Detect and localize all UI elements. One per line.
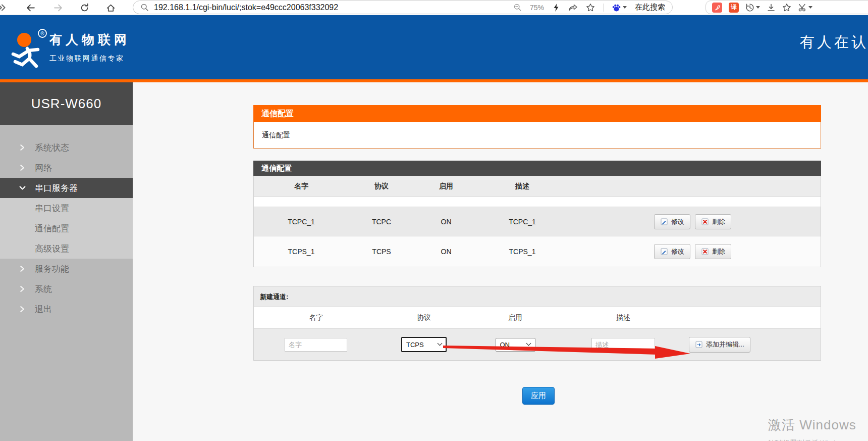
- add-button-label: 添加并编辑...: [706, 340, 744, 349]
- site-header: ® 有人物联网 工业物联网通信专家 有人在认真: [0, 15, 868, 82]
- sidebar: USR-W660 系统状态 网络 串口服务器 串口设置 通信配置 高级设置: [0, 82, 133, 441]
- chevron-right-icon: [19, 285, 26, 292]
- sidebar-item-label: 串口服务器: [35, 182, 78, 194]
- edit-button-label: 修改: [671, 247, 684, 256]
- col-header-name: 名字: [254, 182, 349, 191]
- channels-table-section: 通信配置 名字 协议 启用 描述 TCPC_1 TCPC ON TCPC_1: [253, 161, 821, 267]
- web-capture-scissors-icon[interactable]: [798, 4, 812, 12]
- add-page-icon: [695, 340, 703, 349]
- baidu-paw-icon[interactable]: [612, 3, 627, 12]
- edit-pencil-icon: [660, 248, 668, 256]
- chevron-down-icon: [19, 184, 26, 191]
- sidebar-item-label: 高级设置: [35, 243, 69, 255]
- delete-button[interactable]: 删除: [695, 214, 731, 229]
- new-channel-section: 新建通道: 名字 协议 启用 描述 TCPS: [253, 286, 821, 361]
- device-model-title: USR-W660: [0, 82, 133, 125]
- chevron-right-icon: [19, 164, 26, 171]
- page-subtitle: 通信配置: [253, 122, 821, 149]
- watermark-line1: 激活 Windows: [768, 416, 856, 434]
- windows-activation-watermark: 激活 Windows 转到“设置”以激活 Windows。: [768, 416, 856, 441]
- col-header-enabled: 启用: [470, 313, 561, 322]
- url-text[interactable]: 192.168.1.1/cgi-bin/luci/;stok=e49ccc200…: [154, 3, 338, 12]
- sidebar-item-serial-settings[interactable]: 串口设置: [0, 198, 133, 218]
- refresh-icon[interactable]: [78, 2, 90, 14]
- download-icon[interactable]: [767, 3, 776, 12]
- sidebar-item-advanced-settings[interactable]: 高级设置: [0, 238, 133, 259]
- chevron-right-icon: [19, 306, 26, 313]
- lightning-icon[interactable]: [552, 3, 560, 12]
- address-bar[interactable]: 192.168.1.1/cgi-bin/luci/;stok=e49ccc200…: [133, 1, 673, 14]
- row-enabled: ON: [414, 218, 478, 226]
- edit-pencil-icon: [660, 218, 668, 226]
- svg-text:®: ®: [40, 31, 44, 36]
- watermark-line2: 转到“设置”以激活 Windows。: [768, 438, 856, 441]
- edit-button[interactable]: 修改: [654, 244, 690, 259]
- col-header-protocol: 协议: [378, 313, 470, 322]
- usr-logo-icon: ®: [6, 26, 49, 71]
- back-icon[interactable]: [24, 2, 36, 14]
- apply-button[interactable]: 应用: [522, 387, 555, 405]
- extensions-overflow-icon[interactable]: [0, 2, 8, 14]
- delete-button-label: 删除: [712, 217, 725, 226]
- channel-name-input[interactable]: [285, 338, 347, 352]
- main-content: 通信配置 通信配置 通信配置 名字 协议 启用 描述 TCPC_1 TCPC O…: [133, 82, 868, 441]
- browser-toolbar: 192.168.1.1/cgi-bin/luci/;stok=e49ccc200…: [0, 0, 868, 15]
- sidebar-item-label: 通信配置: [35, 223, 69, 234]
- brand-block: 有人物联网 工业物联网通信专家: [49, 31, 130, 63]
- chevron-down-icon: [808, 6, 812, 9]
- share-icon[interactable]: [568, 3, 578, 12]
- col-header-desc: 描述: [561, 313, 686, 322]
- col-header-desc: 描述: [478, 182, 567, 191]
- delete-button-label: 删除: [712, 247, 725, 256]
- sidebar-item-system-status[interactable]: 系统状态: [0, 137, 133, 158]
- sidebar-item-label: 退出: [35, 304, 52, 315]
- zoom-out-icon[interactable]: [513, 3, 522, 12]
- screen: 192.168.1.1/cgi-bin/luci/;stok=e49ccc200…: [0, 0, 868, 441]
- zoom-level: 75%: [530, 4, 544, 12]
- sidebar-item-services[interactable]: 服务功能: [0, 259, 133, 279]
- delete-button[interactable]: 删除: [695, 244, 731, 259]
- forward-icon[interactable]: [52, 2, 64, 14]
- row-enabled: ON: [414, 248, 478, 256]
- enabled-select[interactable]: ON: [496, 338, 535, 352]
- sidebar-item-label: 串口设置: [35, 203, 69, 214]
- table-row: TCPS_1 TCPS ON TCPS_1 修改 删除: [254, 236, 821, 267]
- history-icon[interactable]: [745, 3, 760, 12]
- sidebar-item-comm-config[interactable]: 通信配置: [0, 218, 133, 238]
- sidebar-item-label: 系统状态: [35, 142, 69, 154]
- search-icon: [140, 3, 149, 12]
- sidebar-item-system[interactable]: 系统: [0, 279, 133, 299]
- chevron-right-icon: [19, 265, 26, 272]
- col-header-enabled: 启用: [414, 182, 478, 191]
- delete-x-icon: [701, 248, 709, 256]
- col-header-name: 名字: [254, 313, 378, 322]
- edit-button[interactable]: 修改: [654, 214, 690, 229]
- row-protocol: TCPC: [349, 218, 414, 226]
- search-here-hint[interactable]: 在此搜索: [635, 3, 665, 12]
- table-empty-row: [254, 197, 821, 207]
- add-and-edit-button[interactable]: 添加并编辑...: [689, 337, 750, 353]
- delete-x-icon: [701, 218, 709, 226]
- row-protocol: TCPS: [349, 248, 414, 256]
- chevron-right-icon: [19, 144, 26, 151]
- sidebar-item-network[interactable]: 网络: [0, 158, 133, 178]
- sidebar-nav: 系统状态 网络 串口服务器 串口设置 通信配置 高级设置 服务功能: [0, 137, 133, 319]
- row-name: TCPS_1: [254, 248, 349, 256]
- collections-star-icon[interactable]: [782, 3, 791, 12]
- home-icon[interactable]: [104, 2, 117, 14]
- sidebar-item-label: 系统: [35, 283, 52, 295]
- protocol-select[interactable]: TCPS: [401, 337, 447, 352]
- page-title: 通信配置: [253, 105, 821, 122]
- channel-desc-input[interactable]: [591, 338, 655, 352]
- pdf-extension-icon[interactable]: [712, 3, 722, 13]
- table-row: TCPC_1 TCPC ON TCPC_1 修改 删除: [254, 207, 821, 236]
- row-name: TCPC_1: [254, 218, 349, 226]
- translate-extension-icon[interactable]: 译: [729, 3, 739, 13]
- sidebar-item-label: 服务功能: [35, 263, 69, 275]
- favorite-star-icon[interactable]: [586, 3, 595, 12]
- channels-table: 名字 协议 启用 描述 TCPC_1 TCPC ON TCPC_1 修改: [253, 176, 821, 267]
- brand-subtitle: 工业物联网通信专家: [49, 54, 130, 63]
- sidebar-item-label: 网络: [35, 162, 52, 174]
- sidebar-item-logout[interactable]: 退出: [0, 299, 133, 319]
- sidebar-item-serial-server[interactable]: 串口服务器: [0, 178, 133, 198]
